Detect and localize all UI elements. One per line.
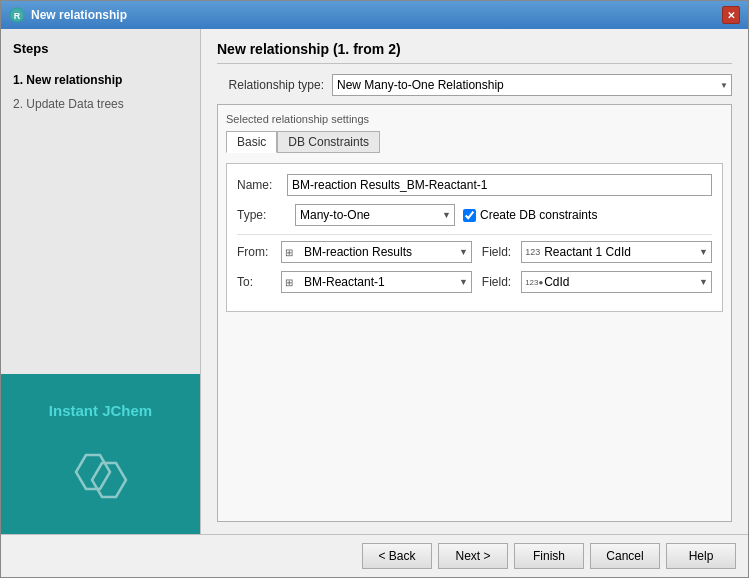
tab-db-constraints[interactable]: DB Constraints [277,131,380,153]
to-table-select-wrapper: ⊞ BM-Reactant-1 ▼ [281,271,472,293]
from-table-select[interactable]: BM-reaction Results [281,241,472,263]
hex-logo-icon [66,437,136,507]
steps-header: Steps [1,29,200,64]
sidebar-bottom: Instant JChem [1,374,200,534]
step-1: 1. New relationship [13,68,188,92]
from-label: From: [237,245,275,259]
brand-name: Instant JChem [49,402,152,419]
finish-button[interactable]: Finish [514,543,584,569]
svg-text:R: R [14,11,21,21]
title-bar: R New relationship ✕ [1,1,748,29]
right-panel: New relationship (1. from 2) Relationshi… [201,29,748,534]
tabs: Basic DB Constraints [226,131,723,153]
type-select[interactable]: Many-to-One One-to-Many One-to-One [295,204,455,226]
dialog: R New relationship ✕ Steps 1. New relati… [0,0,749,578]
type-select-wrapper: Many-to-One One-to-Many One-to-One ▼ [295,204,455,226]
steps-list: 1. New relationship 2. Update Data trees [1,64,200,374]
from-field-select[interactable]: Reactant 1 CdId [521,241,712,263]
relationship-type-row: Relationship type: New Many-to-One Relat… [217,74,732,96]
settings-box: Selected relationship settings Basic DB … [217,104,732,522]
panel-title: New relationship (1. from 2) [217,41,732,64]
type-row: Type: Many-to-One One-to-Many One-to-One… [237,204,712,226]
to-table-select[interactable]: BM-Reactant-1 [281,271,472,293]
next-button[interactable]: Next > [438,543,508,569]
to-field-select[interactable]: CdId [521,271,712,293]
from-table-select-wrapper: ⊞ BM-reaction Results ▼ [281,241,472,263]
back-button[interactable]: < Back [362,543,432,569]
create-db-constraints-checkbox[interactable] [463,209,476,222]
create-db-constraints-label: Create DB constraints [480,208,597,222]
step-2: 2. Update Data trees [13,92,188,116]
relationship-type-select-wrapper: New Many-to-One Relationship New One-to-… [332,74,732,96]
dialog-title: New relationship [31,8,127,22]
settings-label: Selected relationship settings [226,113,723,125]
relationship-type-select[interactable]: New Many-to-One Relationship New One-to-… [332,74,732,96]
sidebar: Steps 1. New relationship 2. Update Data… [1,29,201,534]
to-label: To: [237,275,275,289]
dialog-icon: R [9,7,25,23]
to-field-label: Field: [478,275,515,289]
divider [237,234,712,235]
help-button[interactable]: Help [666,543,736,569]
name-input[interactable] [287,174,712,196]
type-label: Type: [237,208,287,222]
create-db-constraints-row: Create DB constraints [463,208,597,222]
bottom-bar: < Back Next > Finish Cancel Help [1,534,748,577]
relationship-type-label: Relationship type: [217,78,332,92]
from-field-select-wrapper: 123 Reactant 1 CdId ▼ [521,241,712,263]
to-field-select-wrapper: 123● CdId ▼ [521,271,712,293]
close-button[interactable]: ✕ [722,6,740,24]
from-field-label: Field: [478,245,515,259]
tab-content: Name: Type: Many-to-One One-to-Many One-… [226,163,723,312]
tab-basic[interactable]: Basic [226,131,277,153]
cancel-button[interactable]: Cancel [590,543,660,569]
to-row: To: ⊞ BM-Reactant-1 ▼ Field: 123● [237,271,712,293]
from-row: From: ⊞ BM-reaction Results ▼ Field: 123 [237,241,712,263]
name-label: Name: [237,178,287,192]
name-row: Name: [237,174,712,196]
